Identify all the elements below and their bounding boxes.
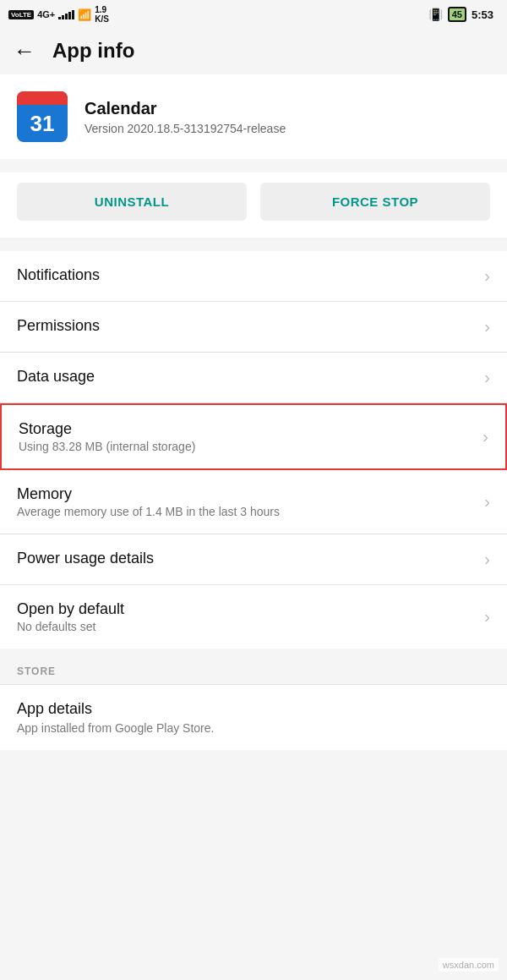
power-usage-item[interactable]: Power usage details › (0, 534, 507, 585)
volte-indicator: VoLTE (8, 10, 34, 19)
notifications-title: Notifications (17, 266, 484, 284)
app-details-title: App details (17, 700, 490, 718)
chevron-right-icon: › (484, 266, 490, 286)
page-title: App info (52, 39, 134, 63)
signal-bar-3 (65, 14, 68, 19)
storage-title: Storage (19, 420, 482, 438)
chevron-right-icon: › (482, 427, 488, 446)
chevron-right-icon: › (484, 368, 490, 387)
chevron-right-icon: › (484, 607, 490, 627)
store-section: STORE App details App installed from Goo… (0, 649, 507, 750)
speed-indicator: 1.9K/S (95, 5, 109, 24)
open-by-default-subtitle: No defaults set (17, 620, 484, 633)
status-bar: VoLTE 4G+ 📶 1.9K/S 📳 45 5:53 (0, 0, 507, 27)
power-usage-content: Power usage details (17, 550, 484, 569)
open-by-default-title: Open by default (17, 600, 484, 618)
power-usage-title: Power usage details (17, 550, 484, 567)
calendar-date: 31 (30, 111, 55, 137)
open-by-default-item[interactable]: Open by default No defaults set › (0, 585, 507, 649)
data-usage-content: Data usage (17, 368, 484, 387)
signal-bar-2 (62, 15, 64, 19)
app-name: Calendar (84, 99, 490, 118)
network-indicator: 4G+ (37, 9, 55, 19)
memory-content: Memory Average memory use of 1.4 MB in t… (17, 485, 484, 518)
uninstall-button[interactable]: UNINSTALL (17, 183, 247, 221)
memory-subtitle: Average memory use of 1.4 MB in the last… (17, 505, 484, 518)
status-bar-left: VoLTE 4G+ 📶 1.9K/S (8, 5, 109, 24)
signal-bar-1 (58, 17, 61, 19)
chevron-right-icon: › (484, 317, 490, 337)
calendar-header (17, 91, 68, 105)
app-details-subtitle: App installed from Google Play Store. (17, 721, 490, 735)
action-buttons: UNINSTALL FORCE STOP (0, 172, 507, 238)
chevron-right-icon: › (484, 550, 490, 569)
store-label: STORE (0, 655, 507, 684)
memory-item[interactable]: Memory Average memory use of 1.4 MB in t… (0, 470, 507, 534)
app-details-item[interactable]: App details App installed from Google Pl… (0, 684, 507, 750)
app-icon: 31 (17, 91, 68, 142)
force-stop-button[interactable]: FORCE STOP (260, 183, 490, 221)
notifications-item[interactable]: Notifications › (0, 251, 507, 302)
storage-item[interactable]: Storage Using 83.28 MB (internal storage… (0, 403, 507, 470)
back-button[interactable]: ← (14, 40, 35, 62)
clock: 5:53 (472, 8, 493, 21)
storage-subtitle: Using 83.28 MB (internal storage) (19, 440, 482, 453)
data-usage-item[interactable]: Data usage › (0, 353, 507, 403)
app-info-section: 31 Calendar Version 2020.18.5-313192754-… (0, 74, 507, 159)
memory-title: Memory (17, 485, 484, 503)
battery-indicator: 45 (448, 7, 466, 22)
app-version: Version 2020.18.5-313192754-release (84, 122, 490, 135)
permissions-title: Permissions (17, 317, 484, 335)
storage-content: Storage Using 83.28 MB (internal storage… (19, 420, 482, 453)
app-details: Calendar Version 2020.18.5-313192754-rel… (84, 99, 490, 135)
signal-bar-4 (68, 12, 71, 19)
wifi-icon: 📶 (78, 8, 91, 21)
watermark: wsxdan.com (439, 958, 499, 972)
header: ← App info (0, 27, 507, 74)
status-bar-right: 📳 45 5:53 (428, 7, 493, 22)
signal-bars (58, 9, 74, 19)
notifications-content: Notifications (17, 266, 484, 286)
permissions-item[interactable]: Permissions › (0, 302, 507, 353)
vibrate-icon: 📳 (428, 8, 443, 21)
open-by-default-content: Open by default No defaults set (17, 600, 484, 633)
permissions-content: Permissions (17, 317, 484, 337)
signal-bar-5 (72, 10, 74, 19)
data-usage-title: Data usage (17, 368, 484, 386)
menu-section: Notifications › Permissions › Data usage… (0, 251, 507, 649)
chevron-right-icon: › (484, 492, 490, 512)
